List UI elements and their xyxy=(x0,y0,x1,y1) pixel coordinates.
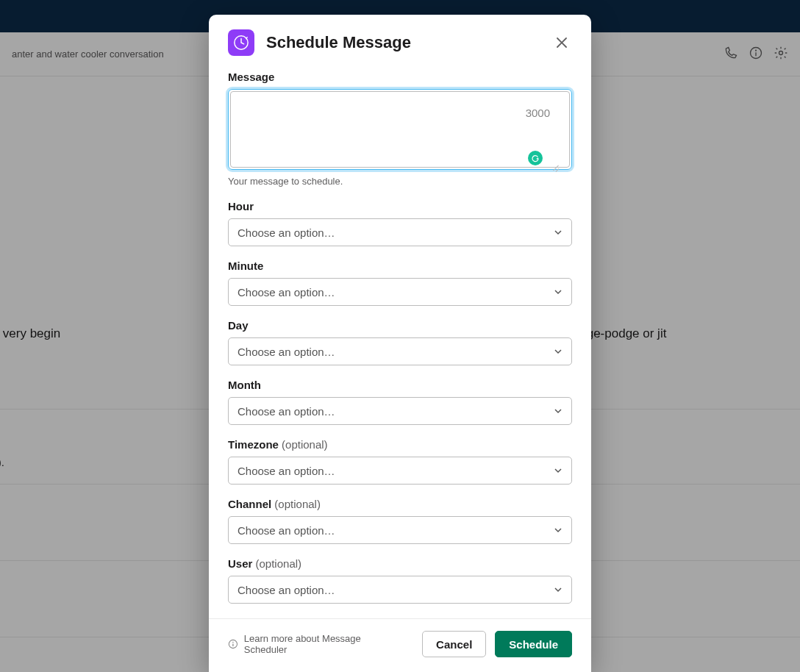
channel-label: Channel (optional) xyxy=(228,498,572,510)
modal-header: Schedule Message xyxy=(209,15,591,63)
minute-select-value: Choose an option… xyxy=(238,286,335,299)
close-button[interactable] xyxy=(551,32,572,53)
hour-label-text: Hour xyxy=(228,200,254,212)
modal-footer: Learn more about Message Scheduler Cance… xyxy=(209,618,591,672)
learn-more-link[interactable]: Learn more about Message Scheduler xyxy=(228,633,404,655)
user-select-value: Choose an option… xyxy=(238,584,335,596)
channel-select-value: Choose an option… xyxy=(238,524,335,537)
hour-label: Hour xyxy=(228,200,572,212)
timezone-label-text: Timezone xyxy=(228,438,279,451)
schedule-button[interactable]: Schedule xyxy=(495,631,572,657)
day-select[interactable]: Choose an option… xyxy=(228,337,572,365)
chevron-down-icon xyxy=(554,346,562,358)
cancel-button[interactable]: Cancel xyxy=(422,631,486,657)
day-label: Day xyxy=(228,319,572,332)
day-select-value: Choose an option… xyxy=(238,346,335,358)
day-label-text: Day xyxy=(228,319,249,332)
modal-body[interactable]: Message 3000 Your message to schedule. H… xyxy=(209,63,591,618)
close-icon xyxy=(556,37,568,49)
modal-title: Schedule Message xyxy=(266,33,411,52)
user-label: User (optional) xyxy=(228,557,572,570)
month-select-value: Choose an option… xyxy=(238,405,335,418)
schedule-message-modal: Schedule Message Message 3000 Your mess xyxy=(209,15,591,672)
chevron-down-icon xyxy=(554,584,562,596)
channel-select[interactable]: Choose an option… xyxy=(228,516,572,544)
message-field-wrap: 3000 xyxy=(228,89,572,170)
timezone-select-value: Choose an option… xyxy=(238,465,335,477)
char-counter: 3000 xyxy=(526,107,550,119)
message-textarea[interactable]: 3000 xyxy=(230,91,570,168)
month-label: Month xyxy=(228,379,572,391)
chevron-down-icon xyxy=(554,405,562,418)
channel-optional: (optional) xyxy=(271,498,321,510)
month-select[interactable]: Choose an option… xyxy=(228,397,572,425)
minute-select[interactable]: Choose an option… xyxy=(228,278,572,306)
svg-point-7 xyxy=(232,642,234,643)
channel-label-text: Channel xyxy=(228,498,271,510)
minute-label: Minute xyxy=(228,260,572,272)
timezone-select[interactable]: Choose an option… xyxy=(228,457,572,485)
chevron-down-icon xyxy=(554,524,562,537)
grammarly-icon[interactable] xyxy=(528,151,543,165)
user-label-text: User xyxy=(228,557,252,570)
hour-select-value: Choose an option… xyxy=(238,226,335,239)
app-icon xyxy=(228,29,254,56)
learn-more-text: Learn more about Message Scheduler xyxy=(244,633,404,655)
chevron-down-icon xyxy=(554,465,562,477)
info-icon xyxy=(228,639,238,649)
chevron-down-icon xyxy=(554,286,562,299)
minute-label-text: Minute xyxy=(228,260,263,272)
resize-handle[interactable] xyxy=(550,162,559,171)
month-label-text: Month xyxy=(228,379,261,391)
timezone-optional: (optional) xyxy=(279,438,328,451)
timezone-label: Timezone (optional) xyxy=(228,438,572,451)
user-optional: (optional) xyxy=(252,557,301,570)
hour-select[interactable]: Choose an option… xyxy=(228,218,572,246)
user-select[interactable]: Choose an option… xyxy=(228,576,572,604)
chevron-down-icon xyxy=(554,226,562,239)
message-label: Message xyxy=(228,71,572,83)
message-helper: Your message to schedule. xyxy=(228,176,572,187)
